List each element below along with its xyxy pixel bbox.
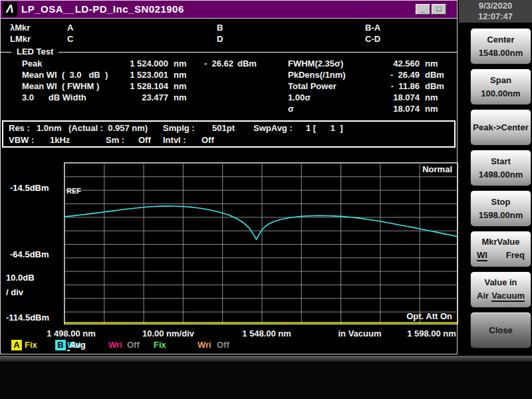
osa-screen: { "window": { "title": "LP_OSA__LD-PD_In… xyxy=(0,0,532,399)
marker-row1-label: λMkr xyxy=(10,23,30,33)
vbw-value: 1kHz xyxy=(50,135,70,145)
softkey-center[interactable]: Center 1548.00nm xyxy=(471,29,531,64)
x-label-center: 1 548.00 nm xyxy=(242,329,291,338)
section-divider: LED Test xyxy=(1,52,457,53)
app-logo-icon: Λ xyxy=(3,2,17,17)
sweep-status-box: Res : 1.0nm (Actual : 0.957 nm) Smplg : … xyxy=(2,120,456,148)
softkey-span[interactable]: Span 100.00nm xyxy=(471,69,531,104)
res-label: Res : xyxy=(9,123,30,133)
marker-ba: B-A xyxy=(365,23,380,33)
meas-row-pkdens: PkDens(/1nm) - 26.49 dBm xyxy=(1,70,457,81)
trace-e-off: Off xyxy=(217,340,229,350)
maximize-button[interactable]: □ xyxy=(432,4,446,15)
meas-row-total-power: Total Power - 11.86 dBm xyxy=(1,81,457,92)
marker-c: C xyxy=(67,34,73,44)
y-scale-value: 10.0dB xyxy=(6,273,35,283)
trace-svg xyxy=(65,163,458,324)
softkey-peak-to-center[interactable]: Peak->Center xyxy=(471,110,531,145)
bottom-menu-bar: Wave-length LevelScale Res/VBW/Avg Peak/… xyxy=(0,356,532,399)
swpavg-value: 1 [ 1 ] xyxy=(306,123,343,133)
sm-label: Sm : xyxy=(106,135,124,145)
x-label-stop: 1 598.00 nm xyxy=(407,329,456,338)
trace-b-badge: B xyxy=(55,340,66,350)
vbw-label: VBW : xyxy=(9,135,34,145)
clock: 9/3/2020 12:07:47 xyxy=(459,0,532,23)
trace-d-state: Fix xyxy=(154,340,166,350)
softkey-stop[interactable]: Stop 1598.00nm xyxy=(471,191,531,226)
swpavg-label: SwpAvg : xyxy=(253,123,293,133)
trace-a-badge: A xyxy=(11,340,22,350)
opt-att-label: Opt. Att On xyxy=(406,311,452,321)
spectrum-graph: Normal REF Opt. Att On xyxy=(64,162,458,325)
clock-time: 12:07:47 xyxy=(459,11,532,22)
trace-e-state: Wri xyxy=(198,340,211,350)
section-title: LED Test xyxy=(11,47,59,57)
window-title: LP_OSA__LD-PD_Inc_SN021906 xyxy=(21,3,184,15)
intvl-label: Intvl : xyxy=(163,135,186,145)
smplg-label: Smplg : xyxy=(163,123,195,133)
x-label-start: 1 498.00 nm xyxy=(47,329,96,338)
y-scale-unit: / div xyxy=(6,287,23,297)
value-in-vacuum-option[interactable]: Vacuum xyxy=(491,291,525,302)
softkey-start[interactable]: Start 1498.00nm xyxy=(471,150,531,186)
y-label-bottom: -114.5dBm xyxy=(6,313,49,323)
marker-d: D xyxy=(217,34,223,44)
softkey-close[interactable]: Close xyxy=(471,313,531,348)
intvl-value: Off xyxy=(201,135,214,145)
minimize-button[interactable]: _ xyxy=(416,4,430,15)
main-display: λMkr A B B-A LMkr C D C-D LED Test Peak … xyxy=(0,18,458,354)
marker-b: B xyxy=(217,23,223,33)
trace-status-row: A Fix B Wri Avg Wri Off Fix Wri Off xyxy=(1,340,457,353)
sm-value: Off xyxy=(138,135,151,145)
trace-c-off: Off xyxy=(127,340,140,350)
y-label-ref: -14.5dBm xyxy=(10,183,49,193)
trace-a-state: Fix xyxy=(25,340,37,350)
meas-row-sigma: σ 18.074 nm xyxy=(1,104,457,115)
meas-row-one-sigma: 1.00σ 18.074 nm xyxy=(1,92,457,104)
ref-level-label: REF xyxy=(66,187,81,195)
sweep-mode-label: Normal xyxy=(422,164,452,174)
y-label-mid: -64.5dBm xyxy=(10,249,49,259)
res-actual: (Actual : 0.957 nm) xyxy=(68,123,148,133)
res-value: 1.0nm xyxy=(37,123,62,133)
softkey-mkr-value[interactable]: MkrValue WIFreq xyxy=(471,231,531,267)
value-in-air-option[interactable]: Air xyxy=(477,291,489,302)
marker-cd: C-D xyxy=(365,34,380,44)
x-label-div: 10.00 nm/div xyxy=(142,329,194,338)
x-label-medium: in Vacuum xyxy=(338,329,381,338)
meas-row-fwhm: FWHM(2.35σ) 42.560 nm xyxy=(1,59,457,70)
mkr-value-freq-option[interactable]: Freq xyxy=(506,250,525,261)
clock-date: 9/3/2020 xyxy=(459,1,532,11)
marker-a: A xyxy=(67,23,73,33)
softkey-value-in[interactable]: Value in AirVacuum xyxy=(471,272,531,307)
window-titlebar: Λ LP_OSA__LD-PD_Inc_SN021906 _ □ xyxy=(0,0,458,18)
trace-c-state: Wri xyxy=(108,340,122,350)
trace-b-state: Wri Avg xyxy=(67,340,70,351)
smplg-value: 501pt xyxy=(212,123,235,133)
mkr-value-wl-option[interactable]: WI xyxy=(477,250,487,261)
marker-row2-label: LMkr xyxy=(10,34,31,44)
